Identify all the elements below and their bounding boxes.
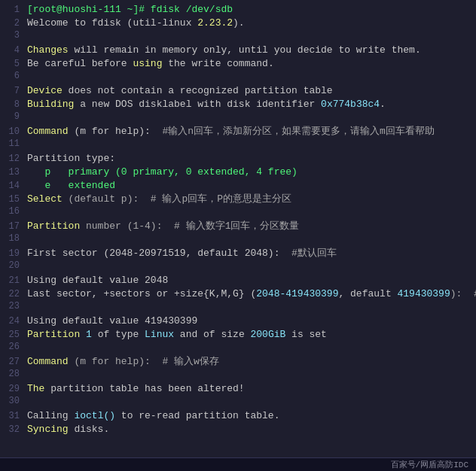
- line-number: 12: [6, 153, 27, 164]
- text-segment: Linux: [145, 329, 174, 340]
- line-content: Last sector, +sectors or +size{K,M,G} (2…: [27, 287, 476, 301]
- terminal-line: 7Device does not contain a recognized pa…: [0, 84, 476, 98]
- text-segment: Device: [27, 85, 63, 96]
- terminal-line: 31Calling ioctl() to re-read partition t…: [0, 409, 476, 423]
- text-segment: of type: [92, 329, 145, 340]
- terminal-line: 16: [0, 206, 476, 220]
- line-number: 8: [6, 99, 27, 110]
- line-content: Using default value 2048: [27, 274, 168, 287]
- terminal-line: 19First sector (2048-20971519, default 2…: [0, 247, 476, 260]
- line-content: Syncing disks.: [27, 423, 109, 436]
- terminal-line: 27Command (m for help): # 输入w保存: [0, 355, 476, 369]
- line-number: 21: [6, 275, 27, 286]
- terminal-line: 12Partition type:: [0, 152, 476, 166]
- text-segment: 2048-419430399: [256, 288, 338, 299]
- text-segment: number (1-4): # 输入数字1回车，分区数量: [80, 220, 299, 232]
- terminal-line: 20: [0, 260, 476, 274]
- line-content: Partition type:: [27, 152, 115, 166]
- text-segment: Partition type:: [27, 153, 115, 164]
- text-segment: (m for help):: [69, 126, 163, 137]
- line-content: Building a new DOS disklabel with disk i…: [27, 98, 386, 111]
- terminal-line: 14 e extended: [0, 179, 476, 193]
- terminal-line: 30: [0, 396, 476, 409]
- text-segment: 0x774b38c4: [321, 99, 380, 110]
- line-number: 25: [6, 330, 27, 340]
- line-number: 32: [6, 424, 27, 435]
- line-content: Calling ioctl() to re-read partition tab…: [27, 409, 279, 423]
- line-number: 11: [6, 138, 27, 149]
- line-content: Changes will remain in memory only, unti…: [27, 44, 421, 57]
- text-segment: Last sector, +sectors or +size{K,M,G} (: [27, 288, 256, 299]
- text-segment: 2.23.2: [197, 17, 233, 29]
- text-segment: and of size: [174, 329, 250, 340]
- terminal-line: 10Command (m for help): #输入n回车，添加新分区，如果需…: [0, 125, 476, 138]
- line-content: [root@huoshi-111 ~]# fdisk /dev/sdb: [27, 3, 233, 17]
- terminal-line: 17Partition number (1-4): # 输入数字1回车，分区数量: [0, 220, 476, 233]
- text-segment: 200GiB: [250, 329, 285, 340]
- terminal-line: 15Select (default p): # 输入p回车，P的意思是主分区: [0, 193, 476, 206]
- line-number: 18: [6, 233, 27, 244]
- text-segment: Using default value 419430399: [27, 315, 197, 327]
- text-segment: Be careful before: [27, 58, 133, 69]
- line-number: 5: [6, 59, 27, 69]
- line-number: 6: [6, 71, 27, 81]
- text-segment: ): # 默认回车: [450, 288, 476, 299]
- line-number: 9: [6, 111, 27, 122]
- line-content: Be careful before using the write comman…: [27, 57, 274, 71]
- terminal-line: 23: [0, 301, 476, 315]
- text-segment: Changes: [27, 44, 69, 56]
- terminal-line: 6: [0, 71, 476, 84]
- terminal-line: 18: [0, 233, 476, 247]
- line-number: 2: [6, 18, 27, 29]
- terminal-line: 9: [0, 111, 476, 125]
- line-number: 30: [6, 396, 27, 406]
- text-segment: The: [27, 383, 44, 394]
- line-content: Partition 1 of type Linux and of size 20…: [27, 328, 327, 342]
- terminal-line: 25Partition 1 of type Linux and of size …: [0, 328, 476, 342]
- text-segment: 1: [86, 329, 92, 340]
- line-number: 14: [6, 181, 27, 191]
- text-segment: (default p): # 输入p回车，P的意思是主分区: [63, 193, 291, 205]
- text-segment: Calling: [27, 410, 74, 421]
- text-segment: is set: [285, 329, 327, 340]
- text-segment: will remain in memory only, until you de…: [69, 44, 421, 56]
- text-segment: the write command.: [162, 58, 273, 69]
- line-number: 27: [6, 357, 27, 367]
- line-number: 23: [6, 301, 27, 311]
- text-segment: Partition: [27, 329, 86, 340]
- line-content: Welcome to fdisk (util-linux 2.23.2).: [27, 17, 245, 30]
- text-segment: ).: [233, 17, 245, 29]
- text-segment: ioctl(): [74, 410, 115, 421]
- line-number: 22: [6, 289, 27, 299]
- footer: 百家号/网盾高防IDC: [0, 457, 476, 471]
- text-segment: Welcome to fdisk (util-linux: [27, 17, 197, 29]
- line-content: Using default value 419430399: [27, 315, 197, 328]
- terminal-line: 8Building a new DOS disklabel with disk …: [0, 98, 476, 111]
- line-content: Partition number (1-4): # 输入数字1回车，分区数量: [27, 220, 299, 233]
- terminal-line: 11: [0, 138, 476, 152]
- text-segment: First sector (2048-20971519, default 204…: [27, 248, 291, 259]
- line-content: Select (default p): # 输入p回车，P的意思是主分区: [27, 193, 291, 206]
- line-number: 15: [6, 194, 27, 205]
- text-segment: 419430399: [397, 288, 450, 299]
- text-segment: #默认回车: [291, 248, 337, 259]
- terminal-line: 1[root@huoshi-111 ~]# fdisk /dev/sdb: [0, 3, 476, 17]
- text-segment: .: [380, 99, 386, 110]
- text-segment: using: [133, 58, 162, 69]
- text-segment: Command: [27, 356, 69, 367]
- text-segment: [root@huoshi-111 ~]# fdisk /dev/sdb: [27, 4, 233, 15]
- line-number: 1: [6, 5, 27, 15]
- line-number: 31: [6, 411, 27, 421]
- line-number: 29: [6, 384, 27, 394]
- terminal-line: 3: [0, 30, 476, 44]
- terminal-line: 21Using default value 2048: [0, 274, 476, 287]
- footer-text: 百家号/网盾高防IDC: [391, 459, 468, 470]
- line-content: Command (m for help): #输入n回车，添加新分区，如果需要更…: [27, 125, 435, 138]
- line-number: 4: [6, 45, 27, 56]
- line-number: 17: [6, 221, 27, 232]
- line-number: 26: [6, 342, 27, 352]
- line-content: First sector (2048-20971519, default 204…: [27, 247, 337, 260]
- line-number: 20: [6, 260, 27, 271]
- text-segment: a new DOS disklabel with disk identifier: [74, 99, 321, 110]
- text-segment: (m for help): # 输入w保存: [69, 356, 219, 367]
